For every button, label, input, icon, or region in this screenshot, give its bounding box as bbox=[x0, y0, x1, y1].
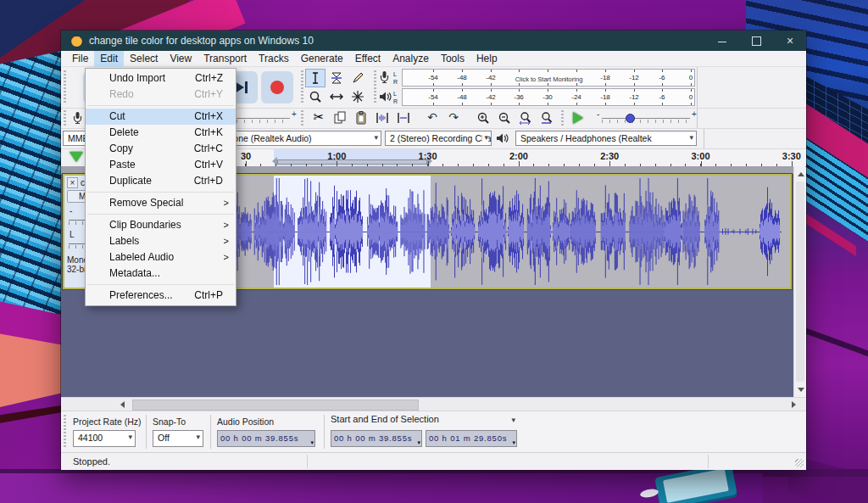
menu-transport[interactable]: Transport bbox=[198, 51, 253, 67]
recording-meter-icon[interactable] bbox=[378, 70, 391, 87]
zoom-fit-button[interactable] bbox=[537, 109, 557, 128]
vertical-scroll-thumb[interactable] bbox=[796, 182, 804, 382]
monitoring-text[interactable]: Click to Start Monitoring bbox=[504, 75, 593, 83]
menu-view[interactable]: View bbox=[164, 51, 198, 67]
play-at-speed-button[interactable] bbox=[568, 109, 590, 126]
horizontal-scroll-thumb[interactable] bbox=[132, 400, 419, 411]
timeline-scale[interactable]: 301:001:302:002:303:003:30 bbox=[153, 149, 793, 166]
menu-item-duplicate[interactable]: DuplicateCtrl+D bbox=[86, 173, 236, 189]
status-bar: Stopped. bbox=[61, 452, 806, 470]
window-title: change tile color for desktop apps on Wi… bbox=[89, 35, 314, 47]
cut-icon: ✂ bbox=[314, 109, 325, 124]
menu-item-remove-special[interactable]: Remove Special> bbox=[86, 195, 236, 211]
menu-item-undo-import[interactable]: Undo ImportCtrl+Z bbox=[86, 70, 236, 87]
output-device-combo[interactable]: Speakers / Headphones (Realtek▾ bbox=[515, 131, 697, 146]
close-button[interactable]: × bbox=[776, 31, 804, 51]
record-button[interactable] bbox=[261, 71, 293, 103]
selection-tool-icon bbox=[309, 73, 322, 87]
cut-button[interactable]: ✂ bbox=[309, 109, 329, 128]
timeshift-tool-button[interactable] bbox=[326, 87, 347, 106]
menu-item-labels[interactable]: Labels> bbox=[86, 233, 236, 249]
scroll-left-button[interactable] bbox=[117, 399, 129, 411]
menu-item-paste[interactable]: PasteCtrl+V bbox=[86, 157, 236, 173]
menu-help[interactable]: Help bbox=[470, 51, 504, 67]
multi-tool-icon bbox=[351, 92, 364, 106]
waveform[interactable] bbox=[153, 176, 790, 288]
trim-audio-icon bbox=[376, 113, 389, 127]
trim-audio-button[interactable] bbox=[372, 109, 392, 128]
menu-item-redo[interactable]: RedoCtrl+Y bbox=[86, 87, 236, 103]
recording-meter[interactable]: -54-48-42-18-12-60Click to Start Monitor… bbox=[402, 69, 695, 87]
audio-position-field[interactable]: 00 h 00 m 39.855s▾ bbox=[217, 430, 315, 447]
play-speed-slider-thumb[interactable] bbox=[626, 114, 635, 123]
selection-end-field[interactable]: 00 h 01 m 29.850s▾ bbox=[426, 430, 517, 447]
menu-item-copy[interactable]: CopyCtrl+C bbox=[86, 141, 236, 157]
vertical-scrollbar[interactable] bbox=[793, 166, 805, 397]
redo-button[interactable]: ↷ bbox=[443, 109, 464, 128]
silence-audio-button[interactable] bbox=[393, 109, 414, 128]
minimize-button[interactable] bbox=[708, 31, 737, 51]
audio-position-label: Audio Position bbox=[217, 416, 274, 427]
menu-item-preferences[interactable]: Preferences...Ctrl+P bbox=[86, 288, 236, 304]
record-icon bbox=[261, 71, 293, 103]
scroll-up-button[interactable] bbox=[794, 168, 806, 180]
bg-shape bbox=[0, 473, 763, 503]
menu-analyze[interactable]: Analyze bbox=[387, 51, 435, 67]
zoom-selection-button[interactable] bbox=[515, 109, 536, 128]
edit-menu-popup: Undo ImportCtrl+ZRedoCtrl+YCutCtrl+XDele… bbox=[85, 68, 236, 306]
scroll-down-button[interactable] bbox=[794, 383, 806, 395]
menu-tools[interactable]: Tools bbox=[435, 51, 470, 67]
draw-tool-icon bbox=[351, 73, 364, 87]
zoom-out-button[interactable] bbox=[494, 109, 515, 128]
menu-item-delete[interactable]: DeleteCtrl+K bbox=[86, 125, 236, 141]
snap-to-combo[interactable]: Off▾ bbox=[153, 430, 203, 447]
menu-edit[interactable]: Edit bbox=[94, 51, 124, 67]
menu-generate[interactable]: Generate bbox=[295, 51, 349, 67]
menu-tracks[interactable]: Tracks bbox=[253, 51, 295, 67]
gain-slider-label: - bbox=[70, 206, 72, 215]
audacity-window: change tile color for desktop apps on Wi… bbox=[61, 31, 806, 469]
track-close-button[interactable]: × bbox=[67, 177, 78, 188]
output-device-icon bbox=[495, 131, 509, 148]
multi-tool-button[interactable] bbox=[348, 87, 368, 106]
play-speed-slider[interactable] bbox=[602, 118, 690, 119]
project-rate-combo[interactable]: 44100▾ bbox=[73, 430, 136, 447]
zoom-tool-button[interactable] bbox=[305, 87, 326, 106]
menu-select[interactable]: Select bbox=[124, 51, 164, 67]
envelope-tool-button[interactable] bbox=[326, 69, 347, 87]
selection-tool-button[interactable] bbox=[305, 69, 326, 87]
zoom-in-button[interactable] bbox=[473, 109, 493, 128]
menu-file[interactable]: File bbox=[66, 51, 94, 67]
zoom-out-icon bbox=[498, 113, 511, 127]
menu-item-labeled-audio[interactable]: Labeled Audio> bbox=[86, 249, 236, 265]
playback-meter-icon[interactable] bbox=[378, 90, 392, 107]
horizontal-scrollbar[interactable] bbox=[61, 397, 806, 411]
play-at-speed-icon bbox=[573, 112, 583, 124]
paste-icon bbox=[354, 113, 368, 127]
pan-slider-label: L bbox=[70, 230, 75, 239]
selection-start-field[interactable]: 00 h 00 m 39.855s▾ bbox=[331, 430, 422, 447]
zoom-fit-icon bbox=[540, 113, 554, 127]
menu-bar: FileEditSelectViewTransportTracksGenerat… bbox=[61, 51, 806, 67]
menu-effect[interactable]: Effect bbox=[349, 51, 387, 67]
menu-item-cut[interactable]: CutCtrl+X bbox=[86, 109, 236, 125]
recording-volume-icon bbox=[71, 111, 84, 128]
timeline-pin-icon[interactable] bbox=[70, 152, 83, 162]
menu-item-clip-boundaries[interactable]: Clip Boundaries> bbox=[86, 217, 236, 233]
paste-button[interactable] bbox=[351, 109, 371, 128]
undo-button[interactable]: ↶ bbox=[422, 109, 442, 128]
title-bar[interactable]: change tile color for desktop apps on Wi… bbox=[61, 31, 806, 51]
menu-item-metadata[interactable]: Metadata... bbox=[86, 265, 236, 282]
playback-meter[interactable]: -54-48-42-36-30-24-18-12-60 bbox=[402, 88, 695, 106]
maximize-button[interactable] bbox=[742, 31, 771, 51]
bg-shape bbox=[0, 49, 70, 316]
zoom-in-icon bbox=[476, 113, 490, 127]
waveform-area[interactable] bbox=[153, 176, 790, 288]
copy-button[interactable] bbox=[330, 109, 350, 128]
resize-grip[interactable] bbox=[795, 459, 804, 467]
snap-to-label: Snap-To bbox=[153, 416, 186, 427]
input-channels-combo[interactable]: 2 (Stereo) Recording Cha▾ bbox=[385, 131, 492, 146]
scroll-right-button[interactable] bbox=[787, 399, 799, 411]
draw-tool-button[interactable] bbox=[348, 69, 368, 87]
selection-mode-combo[interactable]: Start and End of Selection ▾ bbox=[331, 414, 524, 428]
